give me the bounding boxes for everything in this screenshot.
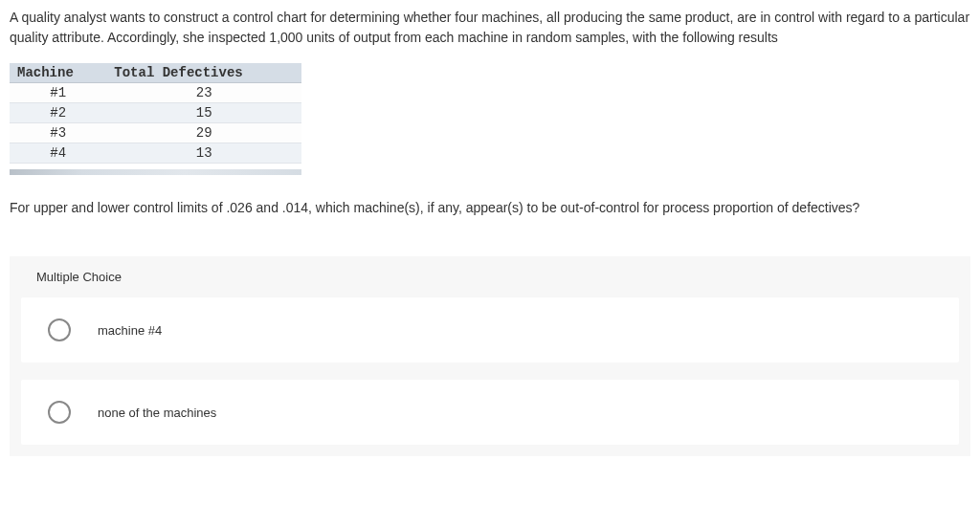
multiple-choice-heading: Multiple Choice [10,256,970,297]
table-row: #1 23 [10,83,301,103]
mc-option[interactable]: none of the machines [21,380,959,445]
cell-defectives: 13 [106,143,301,164]
cell-machine: #1 [10,83,106,103]
mc-option[interactable]: machine #4 [21,297,959,362]
radio-icon[interactable] [48,401,71,424]
cell-defectives: 23 [106,83,301,103]
cell-defectives: 29 [106,123,301,143]
radio-icon[interactable] [48,318,71,341]
multiple-choice-options: machine #4 none of the machines [10,297,970,456]
table-header-machine: Machine [10,63,106,83]
cell-machine: #4 [10,143,106,164]
mc-option-label: machine #4 [98,323,162,338]
question-text: For upper and lower control limits of .0… [10,198,970,218]
table-footer-bar [10,169,301,175]
table-row: #4 13 [10,143,301,164]
defectives-table: Machine Total Defectives #1 23 #2 15 #3 … [10,63,301,164]
cell-machine: #3 [10,123,106,143]
table-row: #3 29 [10,123,301,143]
mc-option-label: none of the machines [98,406,216,420]
multiple-choice-container: Multiple Choice machine #4 none of the m… [10,256,970,456]
intro-text: A quality analyst wants to construct a c… [10,8,970,48]
cell-machine: #2 [10,103,106,123]
cell-defectives: 15 [106,103,301,123]
table-header-defectives: Total Defectives [106,63,301,83]
table-row: #2 15 [10,103,301,123]
